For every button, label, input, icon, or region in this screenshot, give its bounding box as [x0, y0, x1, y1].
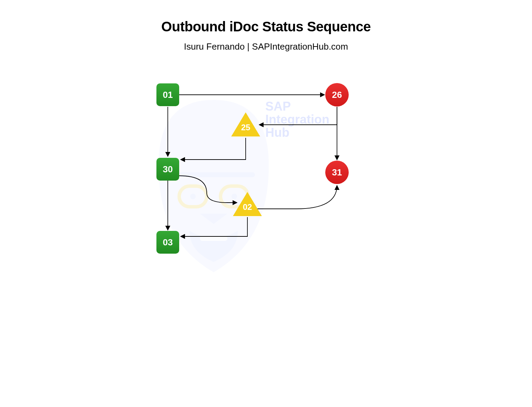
- status-node-25: 25: [231, 112, 260, 136]
- edge-25-30: [181, 138, 246, 160]
- watermark-text: SAP Integration Hub: [265, 100, 329, 139]
- svg-rect-5: [200, 236, 227, 241]
- edge-30-02: [179, 176, 237, 203]
- edge-02-03: [181, 217, 247, 236]
- status-node-26: 26: [325, 83, 349, 106]
- diagram-edges: [0, 0, 532, 407]
- status-node-31: 31: [325, 161, 349, 184]
- svg-point-3: [190, 194, 196, 199]
- svg-rect-1: [179, 186, 207, 207]
- edge-26-25: [259, 107, 337, 125]
- status-node-30: 30: [156, 158, 179, 181]
- page-title: Outbound iDoc Status Sequence: [0, 19, 532, 34]
- edge-02-31: [255, 185, 337, 209]
- page-subtitle: Isuru Fernando | SAPIntegrationHub.com: [0, 41, 532, 52]
- status-node-01: 01: [156, 83, 179, 106]
- status-node-03: 03: [156, 231, 179, 254]
- svg-rect-0: [172, 172, 255, 177]
- status-node-02: 02: [233, 192, 262, 216]
